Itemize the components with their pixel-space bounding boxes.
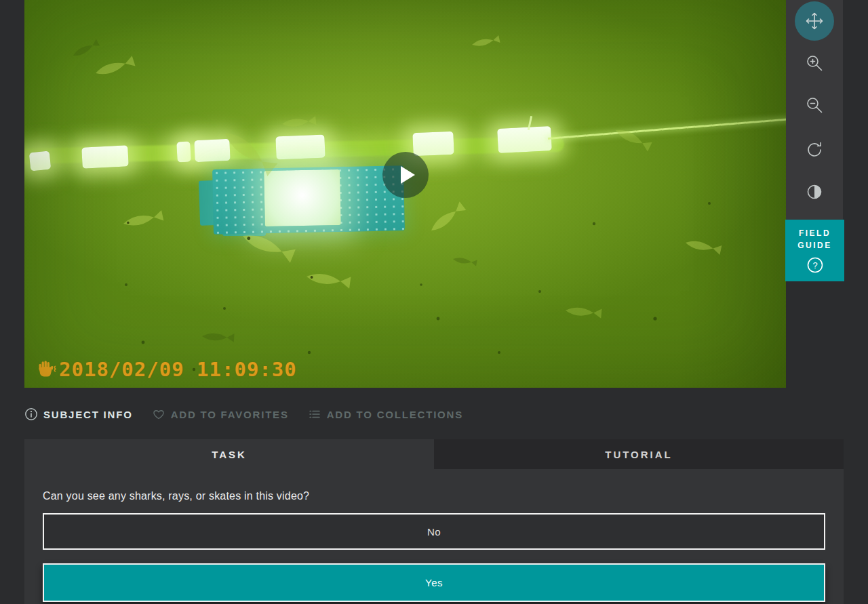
play-icon: [401, 166, 415, 184]
subject-info-button[interactable]: SUBJECT INFO: [24, 407, 133, 421]
tab-task-label: TASK: [212, 449, 247, 460]
tab-tutorial-label: TUTORIAL: [605, 449, 673, 460]
answer-yes-label: Yes: [425, 577, 443, 588]
zoom-in-icon: [805, 54, 824, 73]
field-guide-label: GUIDE: [797, 240, 832, 251]
rotate-icon: [805, 140, 824, 159]
timestamp-text: 2018/02/09 11:09:30: [59, 358, 297, 381]
add-to-collections-button[interactable]: ADD TO COLLECTIONS: [308, 407, 463, 421]
tab-tutorial[interactable]: TUTORIAL: [434, 439, 844, 469]
play-button[interactable]: [382, 152, 429, 198]
field-guide-button[interactable]: FIELD GUIDE ?: [785, 220, 844, 281]
zoom-out-button[interactable]: [800, 90, 829, 120]
pan-tool-button[interactable]: [795, 1, 834, 41]
help-icon: ?: [806, 256, 824, 274]
subject-info-label: SUBJECT INFO: [43, 409, 133, 420]
move-icon: [805, 12, 824, 31]
subject-metadata-bar: SUBJECT INFO ADD TO FAVORITES ADD TO COL…: [24, 404, 463, 424]
answer-yes-button[interactable]: Yes: [43, 563, 825, 602]
invert-button[interactable]: [800, 177, 829, 207]
answer-no-label: No: [427, 526, 441, 538]
task-tabs: TASK TUTORIAL: [24, 439, 844, 469]
info-icon: [24, 407, 38, 421]
task-question: Can you see any sharks, rays, or skates …: [43, 490, 309, 502]
heart-icon: [152, 407, 165, 421]
add-to-favorites-label: ADD TO FAVORITES: [171, 409, 289, 420]
svg-text:?: ?: [812, 260, 817, 270]
field-guide-label: FIELD: [799, 228, 831, 239]
add-to-collections-label: ADD TO COLLECTIONS: [327, 409, 463, 420]
image-toolbar: [786, 0, 843, 220]
zoom-in-button[interactable]: [800, 48, 829, 78]
hand-icon: [37, 359, 57, 380]
answer-no-button[interactable]: No: [43, 513, 825, 550]
add-to-favorites-button[interactable]: ADD TO FAVORITES: [152, 407, 289, 421]
subject-video-frame[interactable]: 2018/02/09 11:09:30: [24, 0, 786, 388]
zoom-out-icon: [805, 96, 824, 115]
list-icon: [308, 407, 321, 421]
video-timestamp-overlay: 2018/02/09 11:09:30: [37, 358, 297, 381]
tab-task[interactable]: TASK: [24, 439, 434, 469]
invert-icon: [805, 182, 824, 201]
task-panel: Can you see any sharks, rays, or skates …: [24, 469, 844, 604]
classification-page: 2018/02/09 11:09:30: [0, 0, 868, 604]
rotate-button[interactable]: [800, 135, 829, 165]
